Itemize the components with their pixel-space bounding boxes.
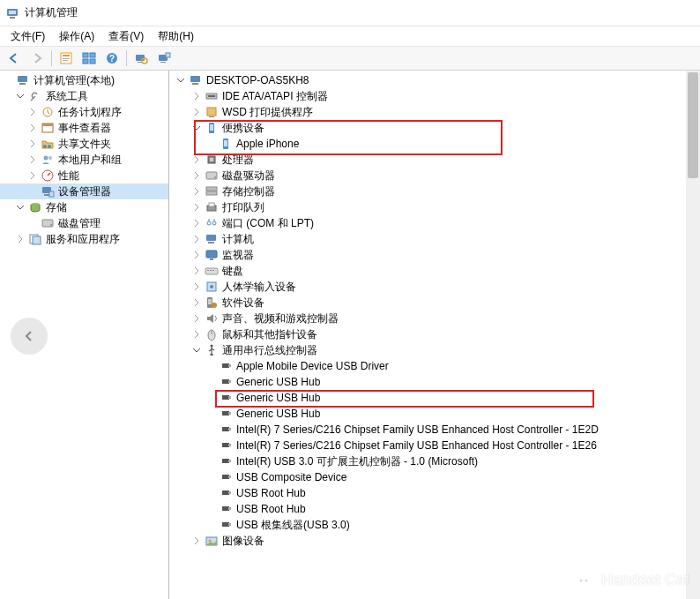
device-root[interactable]: DESKTOP-OAS5KH8 — [169, 72, 700, 88]
show-hidden-button[interactable] — [153, 48, 175, 69]
chevron-down-icon[interactable] — [190, 122, 203, 134]
chevron-right-icon[interactable] — [190, 217, 203, 229]
svg-rect-64 — [212, 270, 214, 271]
chevron-right-icon[interactable] — [190, 328, 203, 341]
device-item-iphone[interactable]: Apple iPhone — [169, 136, 700, 152]
device-category-usb_ctrl[interactable]: 通用串行总线控制器 — [169, 342, 700, 358]
help-button[interactable]: ? — [101, 48, 123, 69]
usb-device-item[interactable]: Generic USB Hub — [169, 374, 700, 390]
svg-rect-86 — [228, 460, 231, 462]
usb-device-item[interactable]: USB Root Hub — [169, 501, 700, 517]
usb-device-item[interactable]: Generic USB Hub — [169, 406, 700, 422]
nav-system-tools[interactable]: 系统工具 — [0, 88, 168, 104]
nav-local-users[interactable]: 本地用户和组 — [0, 152, 168, 168]
chevron-right-icon[interactable] — [190, 281, 203, 293]
device-category-ide[interactable]: IDE ATA/ATAPI 控制器 — [169, 88, 700, 104]
usb-device-icon — [219, 407, 233, 421]
chevron-right-icon[interactable] — [2, 74, 14, 86]
chevron-right-icon[interactable] — [190, 249, 203, 261]
nav-performance[interactable]: 性能 — [0, 168, 168, 183]
chevron-down-icon[interactable] — [14, 201, 26, 213]
svg-rect-2 — [9, 11, 16, 14]
svg-rect-18 — [166, 53, 170, 57]
view-toggle-button[interactable] — [78, 48, 100, 69]
nav-root[interactable]: 计算机管理(本地) — [0, 72, 168, 88]
chevron-right-icon[interactable] — [26, 122, 39, 134]
forward-button[interactable] — [26, 48, 48, 69]
back-circle-button[interactable] — [11, 318, 48, 355]
device-category-sound[interactable]: 声音、视频和游戏控制器 — [169, 311, 700, 326]
usb-device-item[interactable]: USB Root Hub — [169, 485, 700, 501]
chevron-right-icon[interactable] — [26, 138, 39, 150]
chevron-down-icon[interactable] — [14, 90, 26, 102]
chevron-right-icon[interactable] — [26, 169, 39, 182]
chevron-right-icon[interactable] — [190, 90, 203, 102]
chevron-right-icon[interactable] — [190, 169, 203, 182]
svg-rect-51 — [206, 187, 217, 191]
nav-event-viewer[interactable]: 事件查看器 — [0, 120, 168, 136]
device-category-mouse[interactable]: 鼠标和其他指针设备 — [169, 326, 700, 342]
menu-view[interactable]: 查看(V) — [101, 27, 151, 46]
nav-device-manager[interactable]: 设备管理器 — [0, 183, 168, 199]
menu-file[interactable]: 文件(F) — [4, 27, 52, 46]
scrollbar-thumb[interactable] — [688, 72, 698, 178]
device-category-hid[interactable]: 人体学输入设备 — [169, 279, 700, 295]
menu-action[interactable]: 操作(A) — [52, 27, 101, 46]
usb-device-item[interactable]: Intel(R) USB 3.0 可扩展主机控制器 - 1.0 (Microso… — [169, 453, 700, 469]
device-category-ports[interactable]: 端口 (COM 和 LPT) — [169, 215, 700, 231]
device-category-software_dev[interactable]: 软件设备 — [169, 295, 700, 311]
chevron-right-icon[interactable] — [190, 106, 203, 118]
svg-rect-62 — [207, 270, 209, 271]
usb-device-icon — [219, 486, 233, 500]
back-button[interactable] — [4, 48, 25, 69]
chevron-right-icon[interactable] — [190, 265, 203, 277]
properties-button[interactable] — [56, 48, 77, 69]
chevron-right-icon[interactable] — [190, 296, 203, 309]
usb-device-item[interactable]: Intel(R) 7 Series/C216 Chipset Family US… — [169, 422, 700, 438]
chevron-right-icon[interactable] — [26, 153, 39, 166]
nav-storage[interactable]: 存储 — [0, 199, 168, 215]
usb-device-item[interactable]: USB 根集线器(USB 3.0) — [169, 517, 700, 533]
usb-device-item[interactable]: USB Composite Device — [169, 469, 700, 485]
nav-disk-mgmt[interactable]: 磁盘管理 — [0, 215, 168, 231]
device-category-keyboard[interactable]: 键盘 — [169, 263, 700, 279]
usb-device-item[interactable]: Intel(R) 7 Series/C216 Chipset Family US… — [169, 438, 700, 453]
svg-text:?: ? — [109, 54, 115, 64]
chevron-down-icon[interactable] — [175, 74, 187, 86]
monitor-icon — [205, 248, 219, 262]
device-category-wsd[interactable]: WSD 打印提供程序 — [169, 104, 700, 120]
scan-hardware-button[interactable] — [130, 48, 152, 69]
svg-rect-81 — [222, 427, 229, 431]
chevron-right-icon[interactable] — [190, 153, 203, 166]
chevron-right-icon[interactable] — [14, 233, 26, 245]
device-category-portable[interactable]: 便携设备 — [169, 120, 700, 136]
device-tree-pane[interactable]: DESKTOP-OAS5KH8 IDE ATA/ATAPI 控制器WSD 打印提… — [169, 71, 700, 599]
chevron-right-icon[interactable] — [190, 535, 203, 547]
keyboard-icon — [205, 264, 219, 278]
vertical-scrollbar[interactable] — [686, 71, 700, 599]
chevron-right-icon[interactable] — [190, 201, 203, 213]
chevron-right-icon[interactable] — [190, 185, 203, 198]
nav-services-apps[interactable]: 服务和应用程序 — [0, 231, 168, 247]
chevron-right-icon[interactable] — [26, 106, 39, 118]
device-category-monitor[interactable]: 监视器 — [169, 247, 700, 263]
svg-rect-68 — [208, 299, 212, 304]
svg-rect-76 — [228, 380, 231, 383]
menu-help[interactable]: 帮助(H) — [151, 27, 201, 46]
usb-device-item[interactable]: Generic USB Hub — [169, 390, 700, 406]
device-category-image_dev[interactable]: 图像设备 — [169, 533, 700, 549]
chevron-right-icon[interactable] — [190, 312, 203, 325]
svg-rect-10 — [90, 59, 95, 64]
device-category-storage_ctrl[interactable]: 存储控制器 — [169, 183, 700, 199]
nav-shared-folders[interactable]: 共享文件夹 — [0, 136, 168, 152]
usb-device-item[interactable]: Apple Mobile Device USB Driver — [169, 358, 700, 374]
iphone-icon — [219, 137, 233, 151]
device-category-print_queue[interactable]: 打印队列 — [169, 199, 700, 215]
chevron-down-icon[interactable] — [190, 344, 203, 356]
chevron-right-icon[interactable] — [190, 233, 203, 245]
svg-rect-31 — [49, 191, 54, 197]
device-category-computer[interactable]: 计算机 — [169, 231, 700, 247]
device-category-disk_drives[interactable]: 磁盘驱动器 — [169, 168, 700, 183]
device-category-cpu[interactable]: 处理器 — [169, 152, 700, 168]
nav-task-scheduler[interactable]: 任务计划程序 — [0, 104, 168, 120]
